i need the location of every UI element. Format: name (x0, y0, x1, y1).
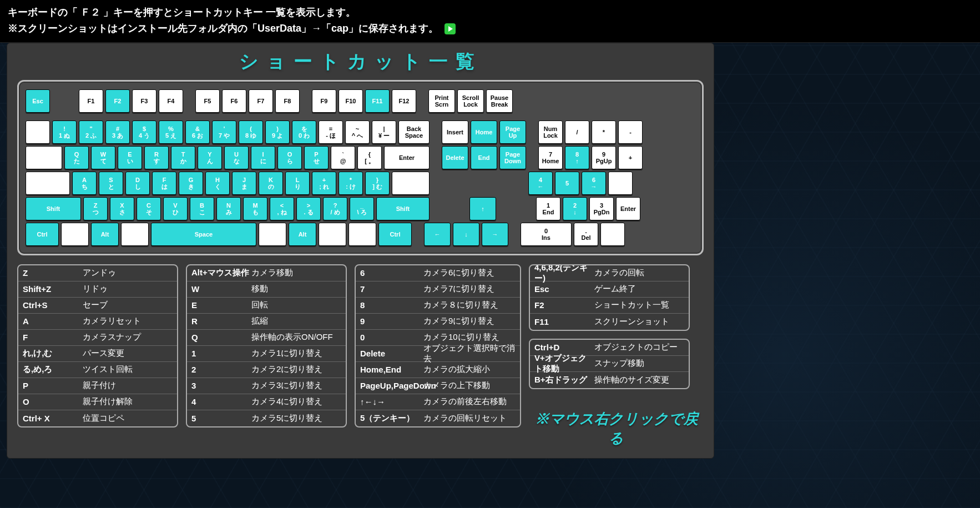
key: End (471, 146, 497, 169)
shortcut-key: Alt+マウス操作 (187, 268, 249, 278)
shortcut-key: 8 (356, 300, 421, 310)
shortcut-key: Ctrl+S (18, 300, 80, 310)
shortcut-row: Ctrl+ X位置コピペ (18, 410, 177, 426)
shortcut-row: 1カメラ1に切り替え (187, 346, 346, 362)
shortcut-desc: アンドゥ (80, 268, 177, 278)
shortcut-desc: カメラ3に切り替え (249, 380, 346, 391)
key: E い (118, 146, 142, 169)
shortcut-desc: カメラ2に切り替え (249, 364, 346, 375)
key: X さ (110, 197, 134, 220)
key: < , ね (270, 197, 294, 220)
key: A ち (72, 172, 97, 195)
shortcut-key: F11 (530, 317, 592, 326)
shortcut-row: ↑←↓→カメラの前後左右移動 (356, 394, 520, 410)
shortcut-row: る,め,ろツイスト回転 (18, 362, 177, 378)
key: J ま (232, 172, 256, 195)
key: Ctrl (26, 223, 59, 246)
key: + ; れ (312, 172, 336, 195)
key: F5 (195, 89, 220, 113)
key: Space (151, 223, 256, 246)
shortcut-key: 3 (187, 381, 249, 390)
key (319, 223, 346, 246)
shortcut-row: Q操作軸の表示ON/OFF (187, 330, 346, 346)
shortcut-row: 5カメラ5に切り替え (187, 410, 346, 426)
shortcut-desc: カメラの前後左右移動 (421, 396, 520, 407)
key: Q た (64, 146, 89, 169)
key: ? / め (323, 197, 347, 220)
key: Scroll Lock (457, 89, 484, 113)
shortcut-key: 5 (187, 414, 249, 423)
shortcut-row: れ,け,むパース変更 (18, 346, 177, 362)
key: Page Down (499, 146, 526, 169)
shortcut-key: Home,End (356, 365, 421, 374)
key (608, 172, 633, 195)
shortcut-desc: 操作軸の表示ON/OFF (249, 332, 346, 343)
key: " 2 ふ (79, 120, 103, 144)
key: I に (251, 146, 275, 169)
key: Num Lock (538, 120, 563, 144)
key (26, 146, 62, 169)
shortcut-row: F11スクリーンショット (530, 314, 689, 330)
key: W て (91, 146, 115, 169)
key: ← (424, 223, 451, 246)
shortcut-row: 2カメラ2に切り替え (187, 362, 346, 378)
key: → (482, 223, 508, 246)
shortcut-key: Esc (530, 284, 592, 294)
key: Pause Break (486, 89, 513, 113)
shortcut-key: ↑←↓→ (356, 397, 421, 406)
key (121, 223, 149, 246)
shortcut-desc: カメラ5に切り替え (249, 413, 346, 424)
key: G き (179, 172, 203, 195)
keyboard-diagram: EscF1F2F3F4F5F6F7F8F9F10F11F12Print Scrn… (17, 80, 704, 255)
key: R す (144, 146, 169, 169)
shortcut-tables: ZアンドゥShift+ZリドゥCtrl+SセーブAカメラリセットFカメラスナップ… (17, 264, 704, 448)
key: Ctrl (378, 223, 412, 246)
key: Back Space (398, 120, 430, 144)
shortcut-key: 5（テンキー） (356, 413, 421, 424)
play-icon[interactable] (444, 23, 456, 34)
key: V ひ (163, 197, 188, 220)
shortcut-key: W (187, 284, 249, 294)
key: ~ ^ へ (345, 120, 370, 144)
shortcut-key: Shift+Z (18, 284, 80, 294)
shortcut-row: V+オブジェクト移動スナップ移動 (530, 356, 689, 372)
key: D し (125, 172, 150, 195)
key: 1 End (536, 197, 560, 220)
shortcut-desc: 操作軸のサイズ変更 (592, 375, 689, 385)
key: Enter (616, 197, 640, 220)
key: Print Scrn (428, 89, 455, 113)
shortcut-desc: カメラの回転リセット (421, 413, 520, 424)
key: - (618, 120, 643, 144)
key: F4 (159, 89, 183, 113)
key: F6 (222, 89, 246, 113)
info-line-1: キーボードの「 Ｆ２ 」キーを押すとショートカットキー 一覧を表示します。 (8, 4, 972, 21)
key: * : け (339, 172, 363, 195)
key: Shift (26, 197, 81, 220)
key: Esc (26, 89, 50, 113)
shortcut-row: F2ショートカット一覧 (530, 298, 689, 314)
shortcut-key: F (18, 333, 80, 342)
key: = - ほ (319, 120, 343, 144)
key: を 0 わ (292, 120, 316, 144)
key (26, 120, 50, 144)
shortcut-panel: ショートカット一覧 EscF1F2F3F4F5F6F7F8F9F10F11F12… (7, 43, 714, 459)
shortcut-desc: オブジェクトのコピー (592, 342, 689, 353)
shortcut-row: 3カメラ3に切り替え (187, 378, 346, 394)
key: + (618, 146, 643, 169)
shortcut-desc: オブジェクト選択時で消去 (421, 343, 520, 364)
shortcut-desc: 親子付け (80, 380, 177, 391)
key (348, 223, 376, 246)
key (259, 223, 286, 246)
shortcut-row: 8カメラ８に切り替え (356, 298, 520, 314)
shortcut-row: 4カメラ4に切り替え (187, 394, 346, 410)
shortcut-desc: 親子付け解除 (80, 396, 177, 407)
shortcut-desc: ゲーム終了 (592, 284, 689, 294)
key (61, 223, 89, 246)
shortcut-desc: スクリーンショット (592, 316, 689, 327)
key: F12 (392, 89, 416, 113)
key: 7 Home (538, 146, 563, 169)
shortcut-desc: ショートカット一覧 (592, 300, 689, 310)
key: Page Up (499, 120, 526, 144)
shortcut-desc: 位置コピペ (80, 413, 177, 424)
shortcut-key: PageUp,PageDown (356, 381, 421, 390)
